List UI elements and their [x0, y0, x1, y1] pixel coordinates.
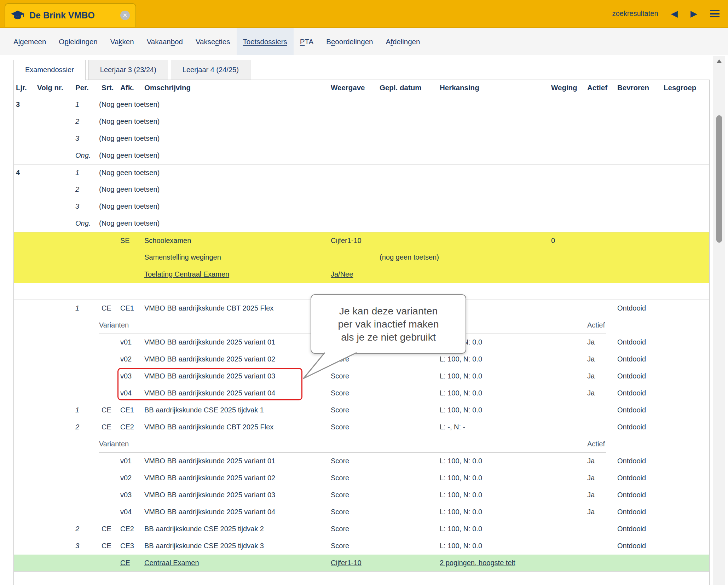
cell-bevroren: Ontdooid [617, 334, 646, 351]
column-header-herk: Herkansing [440, 80, 479, 95]
variant-name: VMBO BB aardrijkskunde 2025 variant 01 [144, 334, 275, 351]
nav-item-vakaanbod[interactable]: Vakaanbod [140, 28, 189, 55]
cell-soort: CE [102, 419, 111, 436]
column-header-oms: Omschrijving [144, 80, 191, 95]
cell-leerjaar: 4 [16, 164, 20, 181]
window-tab[interactable]: De Brink VMBO ✕ [5, 3, 136, 27]
variants-actief-label: Actief [587, 436, 605, 453]
cell-weergave: Score [331, 521, 349, 538]
nav-item-afdelingen[interactable]: Afdelingen [379, 28, 426, 55]
tab-examendossier[interactable]: Examendossier [13, 60, 86, 80]
nav-item-label-pre: O [59, 37, 64, 46]
cell-afkorting: CE2 [120, 521, 134, 538]
table-row: Ong.(Nog geen toetsen) [14, 215, 709, 232]
nav-item-toetsdossiers[interactable]: Toetsdossiers [237, 28, 294, 55]
tab-leerjaar-3-23-24[interactable]: Leerjaar 3 (23/24) [88, 60, 168, 80]
herkansing-regel-link[interactable]: 2 pogingen, hoogste telt [440, 555, 515, 572]
table-row: 2(Nog geen toetsen) [14, 113, 709, 130]
column-header-weer: Weergave [331, 80, 365, 95]
graduation-cap-icon [11, 11, 24, 21]
nav-item-beoordelingen[interactable]: Beoordelingen [320, 28, 379, 55]
table-row: 2CECE2BB aardrijkskunde CSE 2025 tijdvak… [14, 521, 709, 538]
variants-actief-label: Actief [587, 317, 605, 334]
nav-item-algemeen[interactable]: Algemeen [7, 28, 52, 55]
nav-item-accesskey: c [215, 37, 219, 46]
tab-leerjaar-4-24-25[interactable]: Leerjaar 4 (24/25) [171, 60, 250, 80]
cell-periode: 3 [75, 130, 79, 147]
table-row: v03VMBO BB aardrijkskunde 2025 variant 0… [14, 487, 709, 504]
cijfer-weergave-link[interactable]: Cijfer1-10 [331, 555, 362, 572]
cell-bevroren: Ontdooid [617, 487, 646, 504]
cell-leerjaar: 3 [16, 96, 20, 113]
table-row: 3CECE3BB aardrijkskunde CSE 2025 tijdvak… [14, 538, 709, 555]
cell-weergave: Score [331, 419, 349, 436]
column-header-bevr: Bevroren [617, 80, 649, 95]
cell-actief: Ja [587, 453, 595, 470]
column-header-gepl: Gepl. datum [380, 80, 421, 95]
nav-item-opleidingen[interactable]: Opleidingen [52, 28, 104, 55]
cell-herkansing: L: -, N: - [440, 419, 465, 436]
previous-result-icon[interactable]: ◀ [671, 8, 678, 19]
cell-bevroren: Ontdooid [617, 419, 646, 436]
cell-omschrijving: (Nog geen toetsen) [99, 198, 160, 215]
next-result-icon[interactable]: ▶ [691, 8, 697, 19]
centraal-examen-code-link[interactable]: CE [120, 555, 130, 572]
variant-code: v04 [120, 385, 132, 402]
nav-item-pta[interactable]: PTA [294, 28, 320, 55]
cell-omschrijving: (Nog geen toetsen) [99, 147, 160, 164]
cell-bevroren: Ontdooid [617, 470, 646, 487]
cell-omschrijving: BB aardrijkskunde CSE 2025 tijdvak 1 [144, 402, 264, 419]
column-header-act: Actief [587, 80, 607, 95]
cell-actief: Ja [587, 334, 595, 351]
close-icon[interactable]: ✕ [120, 11, 130, 20]
variants-left-line [99, 368, 99, 385]
nav-item-accesskey: k [119, 37, 122, 46]
window-title: De Brink VMBO [29, 10, 115, 21]
variant-name: VMBO BB aardrijkskunde 2025 variant 04 [144, 385, 275, 402]
centraal-examen-link[interactable]: Centraal Examen [144, 555, 199, 572]
cell-omschrijving: BB aardrijkskunde CSE 2025 tijdvak 2 [144, 521, 264, 538]
column-header-les: Lesgroep [664, 80, 696, 95]
table-row: v01VMBO BB aardrijkskunde 2025 variant 0… [14, 453, 709, 470]
cell-omschrijving: (Nog geen toetsen) [99, 130, 160, 147]
ja-nee-link[interactable]: Ja/Nee [331, 266, 353, 283]
nav-item-vaksecties[interactable]: Vaksecties [189, 28, 237, 55]
cell-periode: 1 [75, 96, 79, 113]
cell-bevroren: Ontdooid [617, 385, 646, 402]
cell-bevroren: Ontdooid [617, 521, 646, 538]
cell-periode: Ong. [75, 147, 91, 164]
variants-divider-line [606, 436, 606, 453]
scroll-up-icon[interactable] [716, 59, 722, 63]
nav-item-accesskey: p [64, 37, 68, 46]
cell-herkansing: L: 100, N: 0.0 [440, 521, 482, 538]
table-row: Samenstelling wegingen(nog geen toetsen) [14, 249, 709, 266]
hamburger-menu-icon[interactable] [710, 10, 720, 17]
cell-soort: CE [102, 538, 111, 555]
scrollbar[interactable] [713, 56, 725, 585]
variant-name: VMBO BB aardrijkskunde 2025 variant 04 [144, 504, 275, 521]
scrollbar-thumb[interactable] [716, 115, 722, 243]
variant-name: VMBO BB aardrijkskunde 2025 variant 01 [144, 453, 275, 470]
table-row: CECentraal ExamenCijfer1-102 pogingen, h… [14, 555, 709, 572]
variant-code: v01 [120, 334, 132, 351]
variant-code: v02 [120, 470, 132, 487]
toelating-centraal-examen-link[interactable]: Toelating Centraal Examen [144, 266, 229, 283]
nav-item-label-post: ken [122, 37, 134, 46]
nav-item-accesskey: b [171, 37, 175, 46]
variant-name: VMBO BB aardrijkskunde 2025 variant 02 [144, 470, 275, 487]
column-header-ljr: Ljr. [16, 80, 27, 95]
cell-actief: Ja [587, 385, 595, 402]
cell-omschrijving: VMBO BB aardrijkskunde CBT 2025 Flex [144, 300, 273, 317]
cell-afkorting: CE2 [120, 419, 134, 436]
nav-item-label-post: delingen [393, 37, 420, 46]
nav-item-vakken[interactable]: Vakken [104, 28, 140, 55]
nav-item-label-pre: A [386, 37, 391, 46]
cell-omschrijving: (Nog geen toetsen) [99, 181, 160, 198]
column-header-volg: Volg nr. [37, 80, 63, 95]
variants-label: Varianten [99, 436, 129, 453]
nav-item-label: Toetsdossiers [243, 37, 287, 46]
cell-omschrijving: (Nog geen toetsen) [99, 113, 160, 130]
cell-periode: 3 [75, 538, 79, 555]
tooltip-line: als je ze niet gebruikt [311, 331, 466, 344]
cell-herkansing: L: 100, N: 0.0 [440, 470, 482, 487]
